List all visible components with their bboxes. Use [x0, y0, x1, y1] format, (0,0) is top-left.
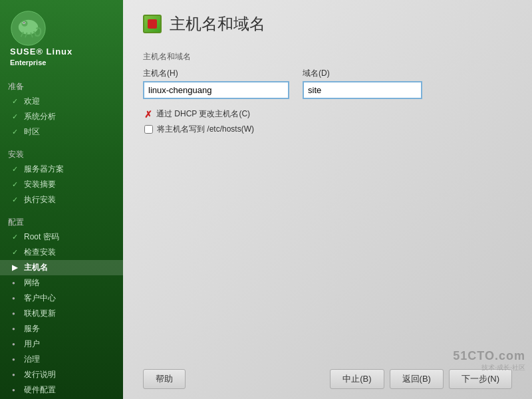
cancel-button[interactable]: 中止(B) [330, 369, 384, 389]
sidebar-item-release-notes[interactable]: ● 发行说明 [0, 367, 123, 382]
domain-field: 域名(D) [303, 68, 422, 99]
dhcp-x-icon[interactable]: ✗ [144, 109, 152, 120]
bullet-icon: ● [12, 387, 21, 393]
sidebar-item-install-summary[interactable]: ✓ 安装摘要 [0, 177, 123, 192]
sidebar-item-label: Root 密码 [24, 231, 59, 243]
hosts-checkbox[interactable] [144, 125, 153, 134]
sidebar-item-root-password[interactable]: ✓ Root 密码 [0, 229, 123, 245]
sidebar-item-label: 治理 [24, 354, 40, 365]
page-icon [143, 15, 162, 33]
sidebar-item-label: 网络 [24, 277, 40, 289]
brand-line1: SUSE® Linux [10, 47, 72, 58]
help-button[interactable]: 帮助 [143, 369, 186, 389]
check-icon: ✓ [12, 196, 21, 204]
bullet-icon: ● [12, 356, 21, 362]
sidebar-item-label: 服务 [24, 323, 40, 334]
sidebar-item-governance[interactable]: ● 治理 [0, 352, 123, 367]
sidebar-item-services[interactable]: ● 服务 [0, 321, 123, 336]
sidebar-item-hardware-config[interactable]: ● 硬件配置 [0, 382, 123, 398]
sidebar-item-label: 时区 [24, 126, 40, 138]
sidebar-item-label: 欢迎 [24, 96, 40, 107]
watermark-line2: 技术·成长·社区 [481, 363, 525, 372]
sidebar-nav: 准备 ✓ 欢迎 ✓ 系统分析 ✓ 时区 安装 ✓ 服务器方案 ✓ 安装摘要 ✓ … [0, 74, 123, 399]
sidebar-item-welcome[interactable]: ✓ 欢迎 [0, 94, 123, 109]
check-icon: ✓ [12, 180, 21, 189]
sidebar-item-customer-center[interactable]: ● 客户中心 [0, 291, 123, 306]
hostname-field: 主机名(H) [143, 68, 289, 99]
check-icon: ✓ [12, 112, 21, 121]
sidebar-item-execute-install[interactable]: ✓ 执行安装 [0, 192, 123, 207]
section-title-config: 配置 [0, 213, 123, 229]
section-title-install: 安装 [0, 145, 123, 162]
dhcp-label: 通过 DHCP 更改主机名(C) [156, 108, 250, 120]
bullet-icon: ● [12, 326, 21, 332]
sidebar-item-label: 安装摘要 [24, 179, 56, 190]
hosts-row: 将主机名写到 /etc/hosts(W) [143, 124, 512, 135]
svg-point-4 [23, 22, 25, 23]
sidebar-item-label: 联机更新 [24, 308, 56, 319]
check-icon: ✓ [12, 248, 21, 257]
sidebar: SUSE® Linux Enterprise 准备 ✓ 欢迎 ✓ 系统分析 ✓ … [0, 0, 123, 399]
sidebar-item-check-install[interactable]: ✓ 检查安装 [0, 245, 123, 260]
bullet-icon: ● [12, 295, 21, 301]
sidebar-item-label: 发行说明 [24, 369, 56, 380]
brand-text: SUSE® Linux Enterprise [10, 47, 72, 67]
page-icon-inner [148, 19, 157, 29]
sidebar-item-users[interactable]: ● 用户 [0, 336, 123, 352]
sidebar-item-sysanalysis[interactable]: ✓ 系统分析 [0, 109, 123, 124]
check-icon: ✓ [12, 128, 21, 136]
page-header: 主机名和域名 [123, 0, 532, 45]
content-area: 主机名和域名 主机名(H) 域名(D) ✗ 通过 DHCP 更改主机名(C) 将… [123, 45, 532, 362]
sidebar-item-label: 服务器方案 [24, 164, 64, 175]
form-section-label: 主机名和域名 [143, 51, 512, 63]
sidebar-item-label: 主机名 [24, 262, 48, 273]
sidebar-item-server-plan[interactable]: ✓ 服务器方案 [0, 162, 123, 177]
domain-input[interactable] [303, 81, 422, 99]
sidebar-item-label: 检查安装 [24, 247, 56, 258]
suse-logo [10, 10, 47, 47]
bullet-icon: ● [12, 341, 21, 347]
watermark: 51CTO.com 技术·成长·社区 [453, 349, 525, 372]
domain-label: 域名(D) [303, 68, 422, 79]
watermark-line1: 51CTO.com [453, 349, 525, 363]
dhcp-row: ✗ 通过 DHCP 更改主机名(C) [143, 108, 512, 120]
bullet-icon: ● [12, 372, 21, 378]
check-icon: ✓ [12, 233, 21, 241]
svg-point-1 [19, 20, 38, 35]
form-row-main: 主机名(H) 域名(D) [143, 68, 512, 99]
main-content: 主机名和域名 主机名和域名 主机名(H) 域名(D) ✗ 通过 DHCP 更改主… [123, 0, 532, 399]
check-icon: ✓ [12, 97, 21, 106]
section-title-prepare: 准备 [0, 77, 123, 94]
bullet-icon: ● [12, 311, 21, 317]
sidebar-item-label: 用户 [24, 338, 40, 350]
sidebar-item-timezone[interactable]: ✓ 时区 [0, 124, 123, 140]
sidebar-item-online-update[interactable]: ● 联机更新 [0, 306, 123, 321]
hostname-input[interactable] [143, 81, 289, 99]
sidebar-item-label: 系统分析 [24, 111, 56, 122]
hostname-label: 主机名(H) [143, 68, 289, 79]
bullet-icon: ● [12, 280, 21, 286]
brand-line2: Enterprise [10, 58, 72, 67]
logo-area: SUSE® Linux Enterprise [0, 0, 123, 74]
hosts-label: 将主机名写到 /etc/hosts(W) [157, 124, 254, 135]
bottom-bar: 帮助 中止(B) 返回(B) 下一步(N) 51CTO.com 技术·成长·社区 [123, 362, 532, 399]
page-title: 主机名和域名 [170, 13, 265, 35]
sidebar-item-hostname[interactable]: ▶ 主机名 [0, 260, 123, 275]
arrow-right-icon: ▶ [12, 263, 21, 272]
sidebar-item-label: 硬件配置 [24, 384, 56, 396]
sidebar-item-label: 客户中心 [24, 293, 56, 304]
sidebar-item-label: 执行安装 [24, 194, 56, 205]
back-button[interactable]: 返回(B) [390, 369, 444, 389]
sidebar-item-network[interactable]: ● 网络 [0, 275, 123, 291]
check-icon: ✓ [12, 165, 21, 174]
